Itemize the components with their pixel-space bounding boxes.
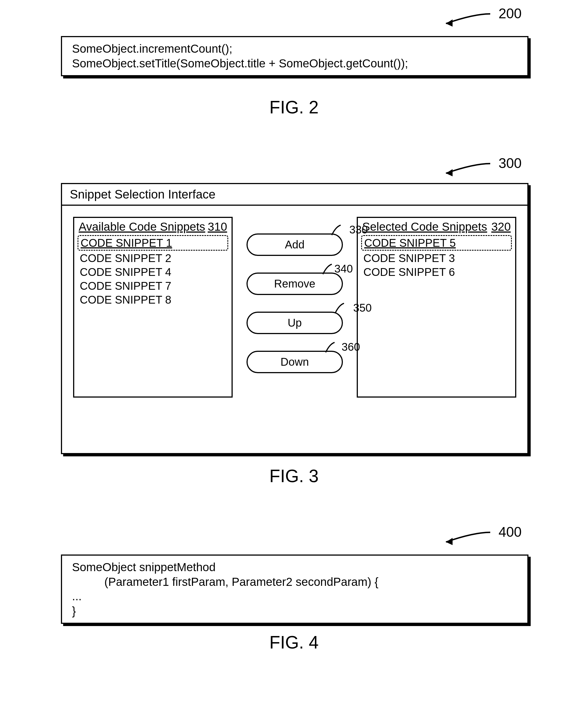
list-item[interactable]: CODE SNIPPET 3 [362, 251, 511, 265]
leader-arrow-200 [440, 8, 496, 31]
available-panel: Available Code Snippets 310 CODE SNIPPET… [73, 217, 233, 398]
fig4-caption: FIG. 4 [269, 632, 319, 653]
svg-marker-0 [446, 20, 452, 27]
list-item[interactable]: CODE SNIPPET 6 [362, 265, 511, 279]
remove-btn-wrap: 340 Remove [247, 273, 343, 295]
up-button[interactable]: Up [247, 312, 343, 334]
leader-340 [320, 263, 336, 276]
list-item[interactable]: CODE SNIPPET 2 [79, 251, 227, 265]
leader-360 [323, 341, 338, 354]
selected-panel: Selected Code Snippets 320 CODE SNIPPET … [357, 217, 516, 398]
fig2-code: SomeObject.incrementCount(); SomeObject.… [62, 37, 527, 75]
down-button[interactable]: Down [247, 351, 343, 373]
list-item[interactable]: CODE SNIPPET 7 [79, 279, 227, 293]
list-item[interactable]: CODE SNIPPET 5 [361, 235, 512, 250]
selected-header: Selected Code Snippets 320 [362, 220, 511, 235]
list-item[interactable]: CODE SNIPPET 8 [79, 293, 227, 307]
available-header: Available Code Snippets 310 [79, 220, 227, 235]
button-column: 330 Add 340 Remove 350 Up 360 Down [247, 217, 343, 373]
down-btn-wrap: 360 Down [247, 351, 343, 373]
fig4-code: SomeObject snippetMethod (Parameter1 fir… [62, 556, 527, 623]
ref-200: 200 [499, 5, 521, 22]
list-item[interactable]: CODE SNIPPET 1 [78, 235, 228, 250]
list-item[interactable]: CODE SNIPPET 4 [79, 265, 227, 279]
ref-400: 400 [499, 524, 521, 540]
svg-marker-2 [446, 538, 452, 545]
selected-ref: 320 [491, 220, 511, 233]
fig3-window: Snippet Selection Interface Available Co… [61, 183, 528, 454]
window-title: Snippet Selection Interface [62, 184, 527, 206]
up-btn-wrap: 350 Up [247, 312, 343, 334]
available-ref: 310 [208, 220, 227, 233]
fig4-code-box: SomeObject snippetMethod (Parameter1 fir… [61, 554, 528, 624]
leader-arrow-300 [440, 158, 496, 180]
fig2-caption: FIG. 2 [269, 97, 319, 117]
fig2-code-box: SomeObject.incrementCount(); SomeObject.… [61, 36, 528, 76]
available-title: Available Code Snippets [79, 220, 205, 233]
leader-350 [332, 302, 348, 315]
ref-340: 340 [334, 263, 353, 275]
add-btn-wrap: 330 Add [247, 233, 343, 256]
leader-330 [329, 224, 344, 237]
leader-arrow-400 [440, 527, 496, 549]
svg-marker-1 [446, 169, 452, 176]
selected-title: Selected Code Snippets [362, 220, 487, 233]
add-button[interactable]: Add [247, 233, 343, 256]
fig3-caption: FIG. 3 [269, 466, 319, 486]
ref-300: 300 [499, 155, 521, 171]
remove-button[interactable]: Remove [247, 273, 343, 295]
